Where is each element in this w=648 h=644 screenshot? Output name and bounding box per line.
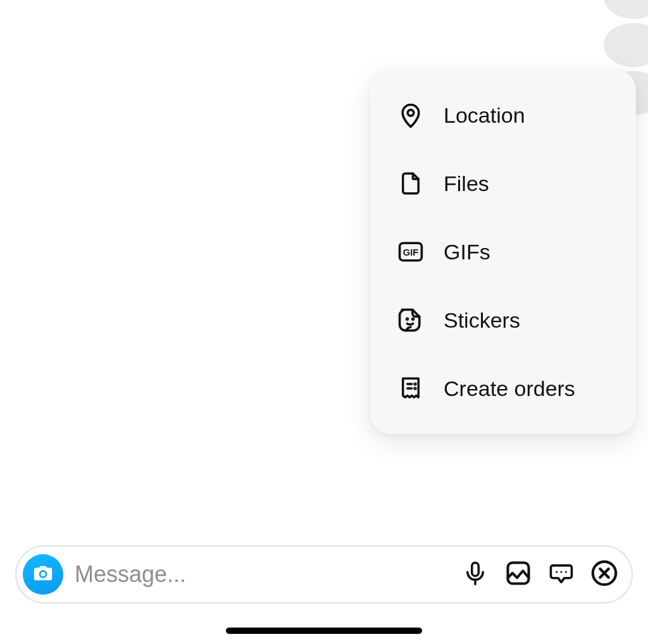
location-pin-icon (396, 100, 426, 130)
svg-rect-9 (472, 562, 479, 576)
chat-more-icon (547, 559, 575, 590)
svg-point-14 (565, 571, 567, 573)
menu-item-files[interactable]: Files (370, 149, 636, 218)
menu-item-location[interactable]: Location (370, 81, 636, 149)
attachment-menu: Location Files GIF GIFs (370, 70, 636, 434)
menu-item-label: Stickers (444, 308, 520, 333)
voice-button[interactable] (459, 559, 491, 590)
menu-item-gifs[interactable]: GIF GIFs (370, 218, 636, 286)
message-composer (15, 545, 633, 604)
svg-point-0 (408, 110, 414, 116)
svg-text:GIF: GIF (403, 247, 418, 257)
gallery-button[interactable] (502, 559, 534, 590)
close-icon (590, 559, 619, 590)
menu-item-label: Create orders (444, 376, 575, 401)
camera-icon (32, 562, 54, 586)
bg-bubble (604, 0, 648, 19)
file-icon (396, 168, 426, 199)
menu-item-label: Files (444, 171, 489, 196)
svg-point-4 (413, 318, 414, 319)
close-button[interactable] (589, 559, 620, 590)
bg-bubble (604, 23, 648, 67)
gif-icon: GIF (396, 237, 426, 267)
svg-point-13 (561, 571, 563, 573)
message-input[interactable] (75, 561, 448, 588)
microphone-icon (462, 560, 489, 589)
svg-point-7 (414, 383, 416, 385)
sticker-icon (396, 305, 426, 335)
image-icon (504, 559, 532, 590)
svg-point-12 (556, 571, 558, 573)
receipt-icon (396, 373, 426, 404)
menu-item-create-orders[interactable]: Create orders (370, 354, 636, 423)
svg-point-3 (407, 318, 408, 319)
svg-point-8 (414, 388, 416, 389)
home-indicator[interactable] (226, 628, 422, 634)
camera-button[interactable] (23, 554, 63, 595)
menu-item-label: GIFs (444, 240, 490, 264)
menu-item-stickers[interactable]: Stickers (370, 286, 636, 354)
menu-item-label: Location (444, 103, 525, 128)
more-button[interactable] (545, 559, 577, 590)
